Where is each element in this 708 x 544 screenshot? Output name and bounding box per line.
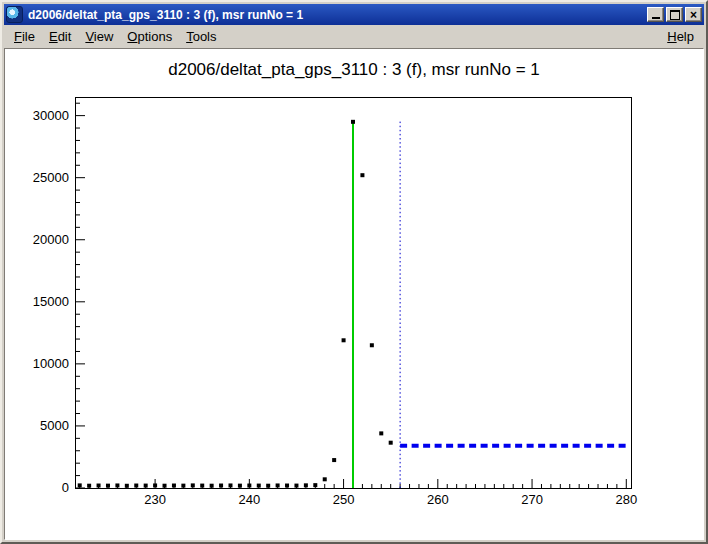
data-point <box>181 484 185 488</box>
data-point <box>87 484 91 488</box>
data-point <box>238 484 242 488</box>
data-point <box>342 338 346 342</box>
plot-title: d2006/deltat_pta_gps_3110 : 3 (f), msr r… <box>168 60 540 79</box>
x-tick-label: 230 <box>144 492 166 507</box>
y-tick-label: 5000 <box>40 418 69 433</box>
menu-item-options[interactable]: Options <box>120 26 179 47</box>
data-point <box>351 120 355 124</box>
data-point <box>144 484 148 488</box>
minimize-icon <box>652 17 660 19</box>
menubar: FileEditViewOptionsTools Help <box>4 25 704 48</box>
close-button[interactable]: × <box>685 7 702 22</box>
data-point <box>106 484 110 488</box>
window-icon[interactable] <box>6 6 23 23</box>
data-point <box>285 484 289 488</box>
data-point <box>153 483 157 487</box>
data-point <box>360 173 364 177</box>
data-point <box>191 483 195 487</box>
data-point <box>172 484 176 488</box>
data-point <box>97 484 101 488</box>
data-point <box>332 458 336 462</box>
y-tick-label: 30000 <box>33 108 69 123</box>
canvas-area[interactable]: d2006/deltat_pta_gps_3110 : 3 (f), msr r… <box>4 48 704 540</box>
data-point <box>379 431 383 435</box>
data-point <box>257 484 261 488</box>
data-point <box>389 441 393 445</box>
x-tick-label: 280 <box>615 492 637 507</box>
data-point <box>125 484 129 488</box>
maximize-icon <box>670 10 680 20</box>
data-point <box>313 483 317 487</box>
menu-item-tools[interactable]: Tools <box>179 26 223 47</box>
y-tick-label: 0 <box>62 480 69 495</box>
maximize-button[interactable] <box>666 7 683 22</box>
menu-right: Help <box>660 26 701 47</box>
menu-item-help[interactable]: Help <box>660 26 701 47</box>
data-point <box>266 484 270 488</box>
minimize-button[interactable] <box>647 7 664 22</box>
x-tick-label: 240 <box>238 492 260 507</box>
menu-item-edit[interactable]: Edit <box>42 26 78 47</box>
menu-left: FileEditViewOptionsTools <box>7 26 224 47</box>
titlebar[interactable]: d2006/deltat_pta_gps_3110 : 3 (f), msr r… <box>4 4 704 25</box>
data-point <box>115 483 119 487</box>
y-tick-label: 15000 <box>33 294 69 309</box>
data-point <box>210 484 214 488</box>
data-point <box>370 343 374 347</box>
data-point <box>163 484 167 488</box>
data-point <box>78 483 82 487</box>
data-point <box>134 484 138 488</box>
menu-item-file[interactable]: File <box>7 26 42 47</box>
x-tick-label: 270 <box>521 492 543 507</box>
menu-item-view[interactable]: View <box>78 26 120 47</box>
data-point <box>228 483 232 487</box>
data-point <box>200 484 204 488</box>
window-controls: × <box>647 7 702 22</box>
y-tick-label: 20000 <box>33 232 69 247</box>
data-point <box>294 484 298 488</box>
window-title: d2006/deltat_pta_gps_3110 : 3 (f), msr r… <box>28 8 647 22</box>
data-point <box>247 484 251 488</box>
plot-svg: d2006/deltat_pta_gps_3110 : 3 (f), msr r… <box>5 49 703 539</box>
close-icon: × <box>690 9 697 21</box>
data-point <box>304 483 308 487</box>
x-tick-label: 250 <box>333 492 355 507</box>
data-point <box>219 484 223 488</box>
y-tick-label: 25000 <box>33 170 69 185</box>
root-canvas-window[interactable]: d2006/deltat_pta_gps_3110 : 3 (f), msr r… <box>0 0 708 544</box>
x-tick-label: 260 <box>427 492 449 507</box>
data-point <box>323 477 327 481</box>
data-point <box>276 483 280 487</box>
y-tick-label: 10000 <box>33 356 69 371</box>
